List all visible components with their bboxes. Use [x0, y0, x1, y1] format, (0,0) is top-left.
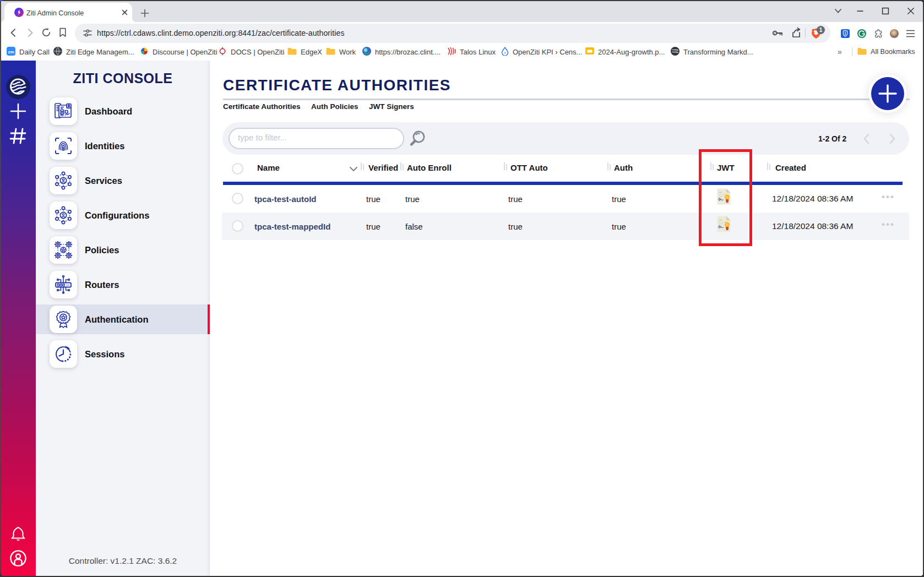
svg-text:zm: zm — [8, 49, 14, 54]
